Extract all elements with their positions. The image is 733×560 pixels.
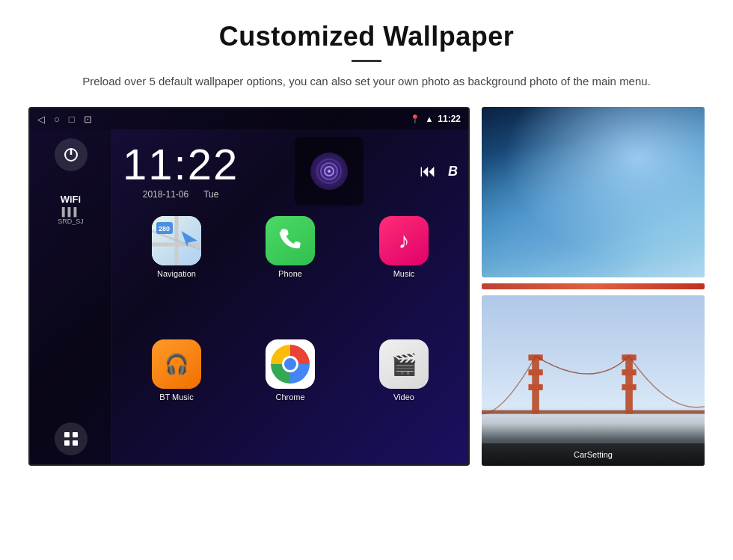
- carsetting-area: CarSetting: [482, 443, 705, 466]
- app-grid: 280 Navigation: [123, 216, 458, 457]
- app-music[interactable]: ♪ Music: [350, 216, 458, 333]
- app-phone[interactable]: Phone: [236, 216, 344, 333]
- nav-buttons: ◁ ○ □ ⊡: [37, 114, 92, 125]
- phone-label: Phone: [278, 269, 302, 278]
- page-header: Customized Wallpaper Preload over 5 defa…: [0, 0, 733, 99]
- app-chrome[interactable]: Chrome: [236, 339, 344, 457]
- bridge-svg: [482, 295, 705, 466]
- music-app-icon: ♪: [379, 216, 429, 265]
- wallpaper-previews: CarSetting: [482, 107, 705, 466]
- clock-block: 11:22 2018-11-06 Tue: [123, 143, 239, 200]
- carsetting-label: CarSetting: [574, 450, 613, 459]
- phone-app-icon: [266, 216, 315, 265]
- title-divider: [352, 60, 381, 62]
- headphones-icon: 🎧: [165, 353, 188, 376]
- chrome-circle: [271, 345, 310, 384]
- svg-rect-25: [622, 369, 636, 375]
- chrome-center: [284, 358, 296, 370]
- svg-rect-18: [482, 410, 705, 414]
- wallpaper-top: [482, 107, 705, 277]
- content-area: ◁ ○ □ ⊡ 📍 ▲ 11:22: [0, 99, 733, 466]
- navigation-app-icon: 280: [152, 216, 201, 265]
- screen-center: 11:22 2018-11-06 Tue: [112, 129, 468, 464]
- navigation-label: Navigation: [157, 269, 196, 278]
- wifi-status-icon: ▲: [425, 114, 433, 123]
- bt-label: BT Music: [159, 393, 194, 401]
- clock-area: 11:22 2018-11-06 Tue: [123, 137, 458, 206]
- video-label: Video: [393, 393, 414, 401]
- screen-main: WiFi ▌▌▌ SRD_SJ: [30, 129, 468, 464]
- wifi-bars: ▌▌▌: [58, 207, 84, 216]
- map-svg: 280: [152, 216, 201, 265]
- app-video[interactable]: 🎬 Video: [350, 339, 458, 457]
- clapper-icon: 🎬: [391, 352, 417, 377]
- svg-rect-21: [528, 369, 542, 375]
- apps-button[interactable]: [55, 422, 88, 455]
- music-label: Music: [393, 269, 415, 278]
- recent-icon[interactable]: □: [69, 114, 75, 125]
- android-screen: ◁ ○ □ ⊡ 📍 ▲ 11:22: [28, 107, 470, 466]
- svg-rect-2: [64, 432, 70, 437]
- svg-rect-22: [528, 384, 542, 390]
- bt-app-icon: 🎧: [152, 339, 201, 389]
- clock-time: 11:22: [123, 143, 239, 186]
- power-icon: [64, 147, 79, 162]
- svg-text:280: 280: [159, 225, 170, 233]
- radio-icon: [316, 158, 343, 185]
- svg-rect-17: [482, 295, 705, 466]
- chrome-label: Chrome: [275, 393, 304, 401]
- status-time: 11:22: [438, 114, 461, 124]
- app-bt-music[interactable]: 🎧 BT Music: [123, 339, 230, 457]
- phone-svg: [277, 228, 303, 253]
- clock-date: 2018-11-06 Tue: [123, 189, 239, 200]
- next-placeholder: B: [448, 164, 458, 179]
- music-note-icon: ♪: [399, 228, 410, 253]
- clock-date-value: 2018-11-06: [143, 189, 188, 200]
- svg-rect-4: [64, 440, 70, 446]
- chrome-app-icon: [266, 339, 315, 389]
- back-icon[interactable]: ◁: [37, 114, 45, 125]
- home-icon[interactable]: ○: [54, 114, 60, 125]
- svg-rect-24: [622, 354, 636, 360]
- svg-point-9: [328, 170, 331, 173]
- svg-rect-5: [73, 440, 78, 446]
- app-navigation[interactable]: 280 Navigation: [123, 216, 230, 333]
- wallpaper-strip: [482, 283, 705, 289]
- media-controls: ⏮ B: [420, 161, 458, 181]
- wallpaper-bottom: CarSetting: [482, 295, 705, 466]
- prev-icon[interactable]: ⏮: [420, 161, 436, 181]
- status-right: 📍 ▲ 11:22: [410, 114, 461, 124]
- page-title: Customized Wallpaper: [45, 21, 688, 52]
- location-icon: 📍: [410, 114, 420, 124]
- sidebar: WiFi ▌▌▌ SRD_SJ: [30, 129, 112, 464]
- video-app-icon: 🎬: [379, 339, 429, 389]
- clock-day: Tue: [203, 189, 218, 200]
- svg-rect-3: [73, 432, 78, 437]
- ice-wallpaper: [482, 107, 705, 277]
- page-subtitle: Preload over 5 default wallpaper options…: [67, 73, 666, 90]
- media-widget: [295, 137, 364, 206]
- media-icon: [310, 153, 348, 190]
- svg-rect-26: [622, 384, 636, 390]
- wifi-label: WiFi: [58, 194, 84, 206]
- wifi-ssid: SRD_SJ: [58, 218, 84, 225]
- power-button[interactable]: [55, 138, 88, 171]
- screenshot-icon[interactable]: ⊡: [84, 114, 92, 125]
- status-bar: ◁ ○ □ ⊡ 📍 ▲ 11:22: [30, 108, 468, 129]
- wifi-block: WiFi ▌▌▌ SRD_SJ: [58, 194, 84, 225]
- grid-icon: [63, 431, 79, 447]
